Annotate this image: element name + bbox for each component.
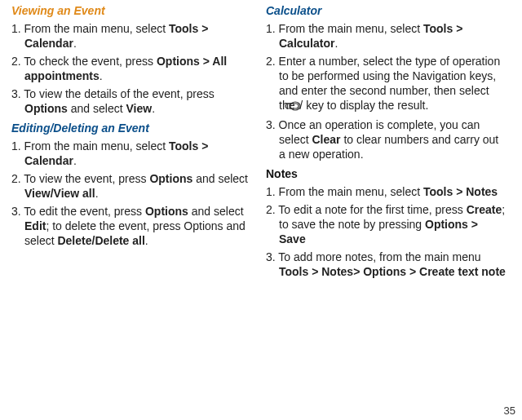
- list-calculator: 1. From the main menu, select Tools > Ca…: [266, 21, 507, 161]
- list-item: 1. From the main menu, select Tools > Ca…: [11, 21, 253, 51]
- heading-calculator: Calculator: [266, 3, 507, 18]
- page-number: 35: [504, 405, 515, 417]
- heading-editing-event: Editing/Deleting an Event: [11, 121, 253, 135]
- list-item: 2. To check the event, press Options > A…: [11, 54, 253, 83]
- list-viewing-event: 1. From the main menu, select Tools > Ca…: [11, 21, 253, 116]
- list-item: 2. Enter a number, select the type of op…: [266, 54, 507, 114]
- list-item: 3. To view the details of the event, pre…: [11, 86, 253, 116]
- heading-notes: Notes: [266, 166, 507, 181]
- list-item: 2. To view the event, press Options and …: [11, 171, 253, 201]
- right-column: Calculator 1. From the main menu, select…: [266, 3, 507, 282]
- list-editing-event: 1. From the main menu, select Tools > Ca…: [11, 139, 253, 248]
- list-item: 3. To edit the event, press Options and …: [11, 204, 253, 248]
- list-item: 1. From the main menu, select Tools > Ca…: [266, 21, 507, 51]
- list-item: 2. To edit a note for the first time, pr…: [266, 202, 507, 246]
- left-column: Viewing an Event 1. From the main menu, …: [11, 3, 253, 282]
- list-item: 1. From the main menu, select Tools > Ca…: [11, 139, 253, 168]
- list-item: 1. From the main menu, select Tools > No…: [266, 184, 507, 199]
- heading-viewing-event: Viewing an Event: [11, 3, 253, 18]
- list-item: 3. To add more notes, from the main menu…: [266, 250, 507, 279]
- svg-point-1: [290, 102, 300, 110]
- list-notes: 1. From the main menu, select Tools > No…: [266, 184, 507, 279]
- list-item: 3. Once an operation is complete, you ca…: [266, 117, 507, 161]
